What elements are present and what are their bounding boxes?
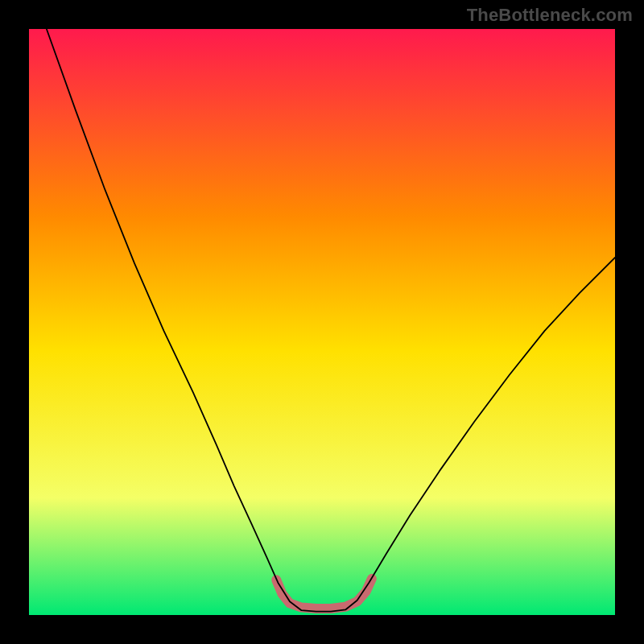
- chart-frame: TheBottleneck.com: [0, 0, 644, 644]
- chart-svg: [29, 29, 615, 615]
- watermark-text: TheBottleneck.com: [467, 5, 633, 26]
- gradient-background: [29, 29, 615, 615]
- plot-area: [29, 29, 615, 615]
